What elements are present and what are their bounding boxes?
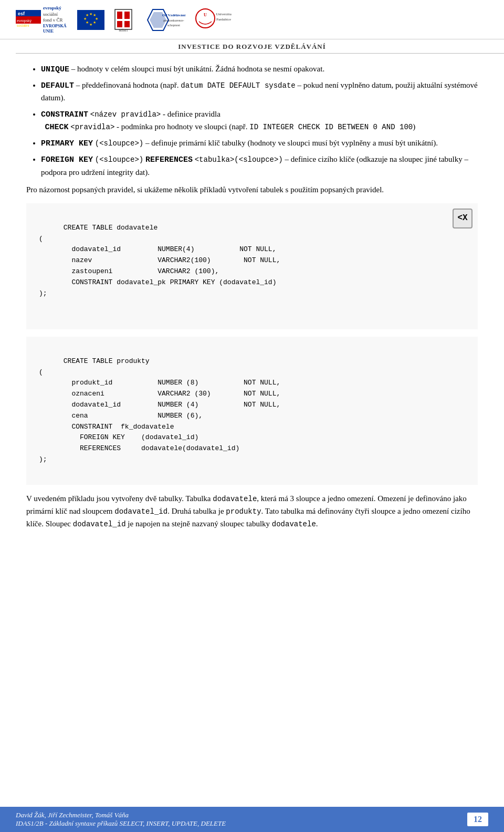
svg-text:★: ★ [86, 13, 89, 17]
svg-point-25 [196, 9, 215, 28]
footer-course: IDAS1/2B - Základní syntaxe příkazů SELE… [16, 819, 226, 828]
bullet-unique: UNIQUE – hodnoty v celém sloupci musí bý… [41, 63, 478, 76]
upce-logo: U Univerzita Pardubice [195, 7, 237, 33]
bullet-primary: PRIMARY KEY (<sloupce>) – definuje primá… [41, 137, 478, 150]
svg-rect-18 [124, 21, 130, 27]
svg-rect-17 [117, 21, 122, 27]
code-block-dodavatele: CREATE TABLE dodavatele ( dodavatel_id N… [26, 203, 478, 329]
default-text: DEFAULT – předdefinovaná hodnota (např. … [41, 81, 478, 102]
footer-authors: David Žák, Jiří Zechmeister, Tomáš Váňa [16, 811, 226, 819]
svg-text:Univerzita: Univerzita [216, 12, 232, 16]
bullet-list: UNIQUE – hodnoty v celém sloupci musí bý… [41, 63, 478, 179]
svg-text:U: U [204, 13, 207, 17]
header: esf evropský sociální evropský sociální … [0, 0, 504, 39]
footer-left: David Žák, Jiří Zechmeister, Tomáš Váňa … [16, 811, 226, 828]
svg-text:★: ★ [86, 20, 89, 25]
svg-text:pro konkurence-: pro konkurence- [163, 19, 184, 22]
header-logos: esf evropský sociální evropský sociální … [16, 5, 237, 35]
svg-text:schopnost: schopnost [167, 24, 180, 27]
svg-text:★: ★ [93, 20, 96, 25]
esf-logo: esf evropský sociální evropský sociální … [16, 5, 72, 35]
svg-rect-16 [124, 12, 130, 19]
esf-flag-icon: esf evropský sociální [16, 10, 41, 30]
footer-page-number: 12 [467, 813, 488, 826]
close-button[interactable]: <X [453, 209, 472, 228]
msmt-logo: MŠMT [110, 7, 137, 33]
svg-text:OP Vzdělávání: OP Vzdělávání [162, 13, 186, 17]
svg-text:★: ★ [83, 17, 87, 21]
svg-rect-15 [117, 12, 122, 19]
primary-text: PRIMARY KEY (<sloupce>) – definuje primá… [41, 139, 438, 147]
header-subtitle: INVESTICE DO ROZVOJE VZDĚLÁVÁNÍ [0, 39, 504, 53]
svg-text:★: ★ [89, 12, 92, 16]
page-wrapper: esf evropský sociální evropský sociální … [0, 0, 504, 832]
constraint-text: CONSTRAINT <název pravidla> - definice p… [41, 110, 415, 131]
code-text-produkty: CREATE TABLE produkty ( produkt_id NUMBE… [39, 357, 280, 463]
eu-logo: ★ ★ ★ ★ ★ ★ ★ ★ [77, 10, 104, 30]
foreign-text: FOREIGN KEY (<sloupce>) REFERENCES <tabu… [41, 155, 468, 176]
svg-text:evropský: evropský [17, 19, 32, 23]
unique-text: UNIQUE – hodnoty v celém sloupci musí bý… [41, 65, 324, 73]
svg-text:★: ★ [89, 23, 92, 27]
bullet-foreign: FOREIGN KEY (<sloupce>) REFERENCES <tabu… [41, 153, 478, 179]
bullet-constraint: CONSTRAINT <název pravidla> - definice p… [41, 108, 478, 134]
code-block-produkty: CREATE TABLE produkty ( produkt_id NUMBE… [26, 337, 478, 485]
intro-paragraph: Pro názornost popsaných pravidel, si uká… [26, 184, 478, 196]
bullet-default: DEFAULT – předdefinovaná hodnota (např. … [41, 79, 478, 105]
code-text-dodavatele: CREATE TABLE dodavatele ( dodavatel_id N… [39, 224, 280, 297]
svg-text:sociální: sociální [17, 24, 29, 27]
op-logo: OP Vzdělávání pro konkurence- schopnost [142, 7, 190, 33]
svg-text:esf: esf [18, 11, 25, 16]
svg-text:Pardubice: Pardubice [216, 17, 231, 22]
bottom-paragraph-1: V uvedeném příkladu jsou vytvořeny dvě t… [26, 492, 478, 531]
main-content: UNIQUE – hodnoty v celém sloupci musí bý… [0, 54, 504, 832]
svg-text:MŠMT: MŠMT [119, 28, 128, 32]
footer: David Žák, Jiří Zechmeister, Tomáš Váňa … [0, 807, 504, 832]
